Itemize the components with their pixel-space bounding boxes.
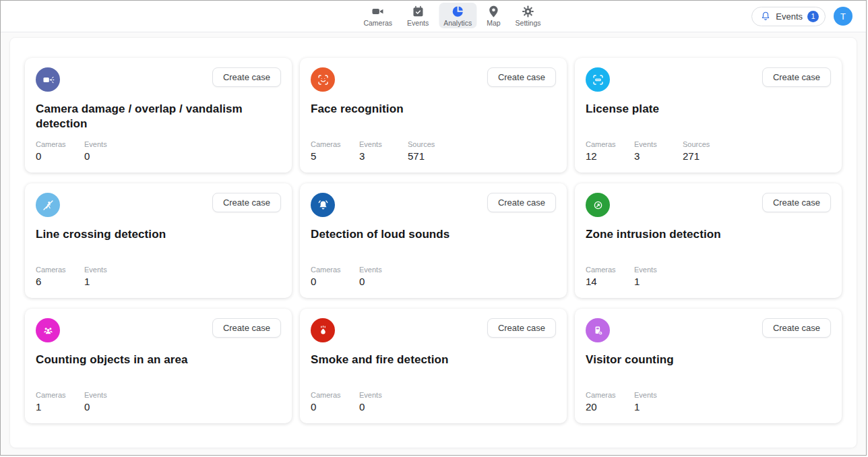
line-crossing-icon — [36, 193, 60, 217]
analytics-card-grid: Create case Camera damage / overlap / va… — [10, 38, 857, 448]
create-case-button[interactable]: Create case — [212, 318, 281, 338]
bell-icon — [760, 11, 771, 22]
stat-cameras: Cameras20 — [586, 391, 621, 413]
stat-label: Sources — [408, 140, 443, 148]
create-case-button[interactable]: Create case — [212, 193, 281, 212]
card-stats: Cameras0Events0 — [311, 391, 556, 413]
nav-item-settings[interactable]: Settings — [511, 3, 546, 28]
card-stats: Cameras0Events0 — [311, 266, 556, 287]
card-stats: Cameras12Events3Sources271 — [586, 140, 831, 162]
stat-events: Events3 — [634, 140, 669, 162]
stat-value: 1 — [36, 401, 71, 413]
nav-item-analytics[interactable]: Analytics — [439, 3, 476, 28]
card-stats: Cameras5Events3Sources571 — [311, 140, 556, 162]
analytics-card: Create case Camera damage / overlap / va… — [25, 58, 292, 173]
stat-cameras: Cameras12 — [586, 140, 621, 162]
stat-cameras: Cameras0 — [36, 140, 71, 162]
card-title: Line crossing detection — [36, 227, 272, 242]
main-nav: Cameras Events Analytics Map Settings — [359, 3, 545, 28]
stat-events: Events0 — [359, 391, 394, 413]
card-title: Face recognition — [311, 102, 547, 117]
stat-label: Cameras — [586, 140, 621, 148]
license-plate-icon — [586, 67, 610, 92]
card-title: Detection of loud sounds — [311, 227, 547, 242]
stat-value: 1 — [634, 401, 669, 413]
stat-value: 12 — [586, 150, 621, 162]
create-case-button[interactable]: Create case — [762, 318, 831, 338]
stat-value: 571 — [408, 150, 443, 162]
stat-label: Cameras — [311, 391, 346, 399]
stat-sources: Sources271 — [683, 140, 718, 162]
stat-label: Cameras — [311, 266, 346, 274]
analytics-card: Create case Detection of loud sounds Cam… — [300, 183, 567, 298]
camera-icon — [371, 5, 385, 18]
create-case-button[interactable]: Create case — [212, 67, 281, 87]
stat-value: 14 — [586, 276, 621, 287]
stat-value: 1 — [634, 276, 669, 287]
stat-events: Events0 — [359, 266, 394, 287]
stat-label: Cameras — [36, 140, 71, 148]
stat-value: 3 — [634, 150, 669, 162]
nav-item-map[interactable]: Map — [482, 3, 505, 28]
analytics-card: Create case Zone intrusion detection Cam… — [575, 183, 842, 298]
card-stats: Cameras20Events1 — [586, 391, 831, 413]
stat-events: Events1 — [84, 266, 119, 287]
stat-events: Events1 — [634, 391, 669, 413]
stat-cameras: Cameras6 — [36, 266, 71, 287]
nav-item-cameras[interactable]: Cameras — [359, 3, 397, 28]
stat-sources: Sources571 — [408, 140, 443, 162]
analytics-card: Create case Counting objects in an area … — [25, 309, 292, 423]
create-case-button[interactable]: Create case — [762, 67, 831, 87]
stat-label: Cameras — [586, 391, 621, 399]
stat-value: 0 — [311, 276, 346, 287]
stat-label: Cameras — [311, 140, 346, 148]
analytics-panel: Create case Camera damage / overlap / va… — [10, 38, 857, 448]
stat-events: Events1 — [634, 266, 669, 287]
stat-value: 0 — [36, 150, 71, 162]
create-case-button[interactable]: Create case — [487, 67, 556, 87]
zone-intrusion-icon — [586, 193, 610, 217]
counting-objects-icon — [36, 318, 60, 342]
stat-value: 3 — [359, 150, 394, 162]
face-recognition-icon — [311, 67, 335, 92]
stat-value: 5 — [311, 150, 346, 162]
stat-label: Events — [84, 140, 119, 148]
analytics-card: Create case License plate Cameras12Event… — [575, 58, 842, 173]
card-title: Visitor counting — [586, 353, 822, 367]
events-notifications-button[interactable]: Events 1 — [751, 7, 826, 26]
card-stats: Cameras6Events1 — [36, 266, 281, 287]
app-window: Cameras Events Analytics Map Settings Ev… — [0, 0, 867, 456]
stat-label: Events — [84, 266, 119, 274]
stat-value: 0 — [359, 401, 394, 413]
create-case-button[interactable]: Create case — [487, 318, 556, 338]
stat-events: Events0 — [84, 140, 119, 162]
stat-value: 0 — [84, 401, 119, 413]
stat-events: Events3 — [359, 140, 394, 162]
card-title: Camera damage / overlap / vandalism dete… — [36, 102, 272, 131]
stat-cameras: Cameras14 — [586, 266, 621, 287]
events-count-badge: 1 — [807, 11, 819, 22]
stat-label: Events — [634, 266, 669, 274]
nav-item-events[interactable]: Events — [402, 3, 433, 28]
stat-value: 20 — [586, 401, 621, 413]
create-case-button[interactable]: Create case — [487, 193, 556, 212]
analytics-card: Create case Face recognition Cameras5Eve… — [300, 58, 567, 173]
visitor-counting-icon — [586, 318, 610, 342]
user-avatar[interactable]: T — [834, 7, 852, 26]
create-case-button[interactable]: Create case — [762, 193, 831, 212]
loud-sounds-icon — [311, 193, 335, 217]
stat-label: Cameras — [586, 266, 621, 274]
stat-label: Events — [634, 140, 669, 148]
stat-label: Sources — [683, 140, 718, 148]
card-stats: Cameras1Events0 — [36, 391, 281, 413]
stat-value: 6 — [36, 276, 71, 287]
calendar-check-icon — [411, 5, 425, 18]
stat-label: Events — [634, 391, 669, 399]
card-stats: Cameras0Events0 — [36, 140, 281, 162]
top-navbar: Cameras Events Analytics Map Settings Ev… — [1, 1, 866, 32]
stat-cameras: Cameras0 — [311, 266, 346, 287]
stat-cameras: Cameras1 — [36, 391, 71, 413]
stat-events: Events0 — [84, 391, 119, 413]
card-title: Counting objects in an area — [36, 353, 272, 367]
stat-value: 0 — [311, 401, 346, 413]
